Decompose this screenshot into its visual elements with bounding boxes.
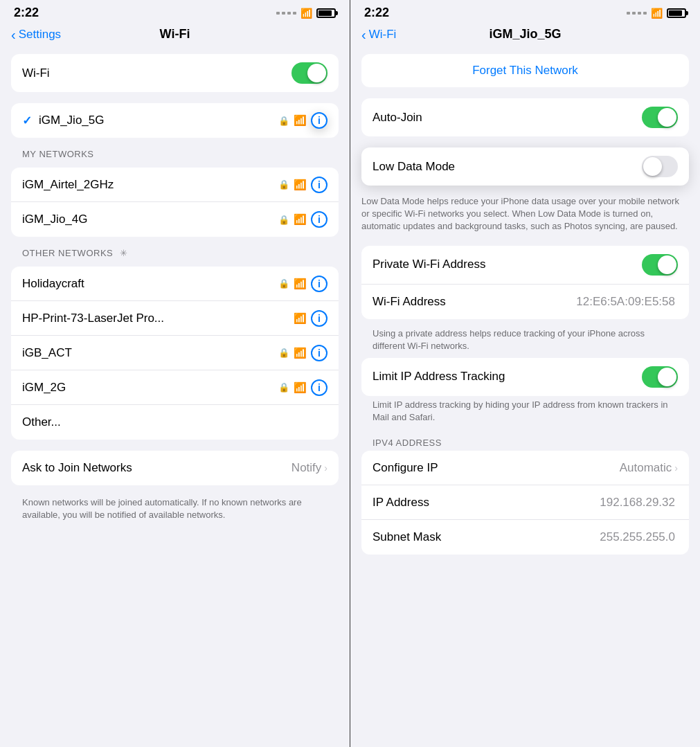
other-network-row-2: iGB_ACT 🔒 📶 i bbox=[11, 336, 339, 370]
my-network-name-1: iGM_Jio_4G bbox=[22, 213, 278, 226]
ip-tracking-card: Limit IP Address Tracking bbox=[361, 358, 689, 396]
private-wifi-card: Private Wi-Fi Address Wi-Fi Address 12:E… bbox=[361, 246, 689, 319]
other-networks-card: Holidaycraft 🔒 📶 i HP-Print-73-LaserJet … bbox=[11, 267, 339, 440]
my-network-icons-1: 🔒 📶 i bbox=[278, 211, 327, 228]
private-wifi-row: Private Wi-Fi Address bbox=[361, 246, 689, 285]
left-back-label: Settings bbox=[19, 28, 61, 42]
auto-join-row: Auto-Join bbox=[361, 98, 689, 136]
other-wifi-signal-0: 📶 bbox=[294, 278, 307, 290]
left-time: 2:22 bbox=[14, 6, 39, 20]
right-battery-icon bbox=[667, 8, 686, 18]
left-status-icons: 📶 bbox=[276, 8, 336, 19]
other-lock-icon-3: 🔒 bbox=[278, 382, 289, 393]
subnet-mask-label: Subnet Mask bbox=[373, 530, 600, 544]
configure-ip-value: Automatic bbox=[620, 461, 672, 475]
other-info-icon-2: i bbox=[318, 348, 321, 359]
other-network-info-btn-0[interactable]: i bbox=[311, 276, 327, 292]
wifi-signal-icon: 📶 bbox=[294, 114, 307, 127]
auto-join-label: Auto-Join bbox=[373, 111, 642, 125]
right-wifi-icon: 📶 bbox=[651, 8, 663, 19]
wifi-signal-icon-1: 📶 bbox=[294, 213, 307, 226]
other-lock-icon-0: 🔒 bbox=[278, 278, 289, 289]
limit-ip-label: Limit IP Address Tracking bbox=[373, 370, 642, 384]
my-network-icons-0: 🔒 📶 i bbox=[278, 177, 327, 193]
subnet-mask-row: Subnet Mask 255.255.255.0 bbox=[361, 520, 689, 555]
low-data-mode-row: Low Data Mode bbox=[361, 147, 689, 186]
other-network-info-btn-2[interactable]: i bbox=[311, 345, 327, 361]
right-time: 2:22 bbox=[364, 6, 389, 20]
right-nav-bar: ‹ Wi-Fi iGM_Jio_5G bbox=[350, 23, 700, 48]
ask-join-row[interactable]: Ask to Join Networks Notify › bbox=[11, 451, 339, 485]
lock-icon-0: 🔒 bbox=[278, 179, 289, 190]
other-network-icons-1: 📶 i bbox=[294, 310, 327, 327]
other-network-name-0: Holidaycraft bbox=[22, 277, 278, 291]
other-item-row[interactable]: Other... bbox=[11, 405, 339, 440]
left-status-bar: 2:22 📶 bbox=[0, 0, 350, 23]
connected-network-info-btn[interactable]: i bbox=[311, 112, 327, 129]
info-icon-1: i bbox=[318, 214, 321, 225]
wifi-toggle-card: Wi-Fi bbox=[11, 54, 339, 92]
low-data-description: Low Data Mode helps reduce your iPhone d… bbox=[350, 191, 700, 237]
wifi-toggle-row: Wi-Fi bbox=[11, 54, 339, 92]
left-back-button[interactable]: ‹ Settings bbox=[11, 28, 61, 42]
right-signal-bars-icon bbox=[627, 12, 647, 15]
other-wifi-signal-1: 📶 bbox=[294, 312, 307, 325]
ip-address-value: 192.168.29.32 bbox=[600, 496, 675, 510]
private-wifi-toggle[interactable] bbox=[642, 254, 678, 276]
wifi-address-label: Wi-Fi Address bbox=[373, 295, 576, 309]
other-wifi-signal-2: 📶 bbox=[294, 347, 307, 359]
configure-card: Configure IP Automatic › IP Address 192.… bbox=[361, 451, 689, 555]
right-back-button[interactable]: ‹ Wi-Fi bbox=[361, 28, 396, 42]
other-network-info-btn-3[interactable]: i bbox=[311, 379, 327, 396]
auto-join-card: Auto-Join bbox=[361, 98, 689, 136]
other-lock-icon-2: 🔒 bbox=[278, 348, 289, 358]
wifi-toggle-switch[interactable] bbox=[291, 62, 327, 84]
configure-ip-row[interactable]: Configure IP Automatic › bbox=[361, 451, 689, 485]
my-network-info-btn-0[interactable]: i bbox=[311, 177, 327, 193]
other-network-icons-0: 🔒 📶 i bbox=[278, 276, 327, 292]
my-network-info-btn-1[interactable]: i bbox=[311, 211, 327, 228]
other-info-icon-3: i bbox=[318, 382, 321, 393]
limit-ip-toggle[interactable] bbox=[642, 366, 678, 388]
wifi-address-row: Wi-Fi Address 12:E6:5A:09:E5:58 bbox=[361, 285, 689, 319]
low-data-mode-card: Low Data Mode bbox=[361, 147, 689, 186]
ip-address-label: IP Address bbox=[373, 496, 600, 510]
ask-join-label: Ask to Join Networks bbox=[22, 461, 291, 475]
low-data-mode-label: Low Data Mode bbox=[373, 160, 642, 174]
connected-network-card: ✓ iGM_Jio_5G 🔒 📶 i bbox=[11, 103, 339, 138]
wifi-status-icon: 📶 bbox=[300, 8, 312, 19]
configure-ip-label: Configure IP bbox=[373, 461, 620, 475]
right-nav-title: iGM_Jio_5G bbox=[489, 27, 561, 42]
auto-join-toggle[interactable] bbox=[642, 107, 678, 128]
my-network-row-0: iGM_Airtel_2GHz 🔒 📶 i bbox=[11, 168, 339, 202]
wifi-toggle-thumb bbox=[307, 64, 326, 82]
low-data-mode-toggle[interactable] bbox=[642, 156, 678, 177]
checkmark-icon: ✓ bbox=[22, 114, 32, 128]
wifi-signal-icon-0: 📶 bbox=[294, 179, 307, 191]
other-network-name-2: iGB_ACT bbox=[22, 346, 278, 360]
info-icon-0: i bbox=[318, 179, 321, 190]
subnet-mask-value: 255.255.255.0 bbox=[600, 530, 675, 544]
ask-join-chevron-icon: › bbox=[324, 462, 327, 474]
other-networks-header: OTHER NETWORKS ✳ bbox=[0, 242, 350, 261]
right-status-icons: 📶 bbox=[627, 8, 686, 19]
info-icon: i bbox=[318, 115, 321, 126]
ask-join-card: Ask to Join Networks Notify › bbox=[11, 451, 339, 485]
other-network-row-1: HP-Print-73-LaserJet Pro... 📶 i bbox=[11, 301, 339, 336]
other-network-name-1: HP-Print-73-LaserJet Pro... bbox=[22, 312, 294, 325]
right-phone-screen: 2:22 📶 ‹ Wi-Fi iGM_Jio_5G Forget This Ne… bbox=[350, 0, 700, 747]
limit-ip-row: Limit IP Address Tracking bbox=[361, 358, 689, 396]
my-networks-header: MY NETWORKS bbox=[0, 143, 350, 162]
wifi-address-note: Using a private address helps reduce tra… bbox=[350, 325, 700, 358]
connected-network-row: ✓ iGM_Jio_5G 🔒 📶 i bbox=[11, 103, 339, 138]
spinner-icon: ✳ bbox=[120, 248, 128, 258]
other-network-icons-3: 🔒 📶 i bbox=[278, 379, 327, 396]
wifi-address-value: 12:E6:5A:09:E5:58 bbox=[576, 295, 675, 309]
forget-network-button[interactable]: Forget This Network bbox=[361, 54, 689, 87]
left-nav-bar: ‹ Settings Wi-Fi bbox=[0, 23, 350, 48]
other-wifi-signal-3: 📶 bbox=[294, 381, 307, 394]
configure-ip-chevron-icon: › bbox=[674, 462, 678, 474]
connected-network-name: iGM_Jio_5G bbox=[39, 114, 278, 127]
my-network-name-0: iGM_Airtel_2GHz bbox=[22, 178, 278, 192]
other-network-info-btn-1[interactable]: i bbox=[311, 310, 327, 327]
